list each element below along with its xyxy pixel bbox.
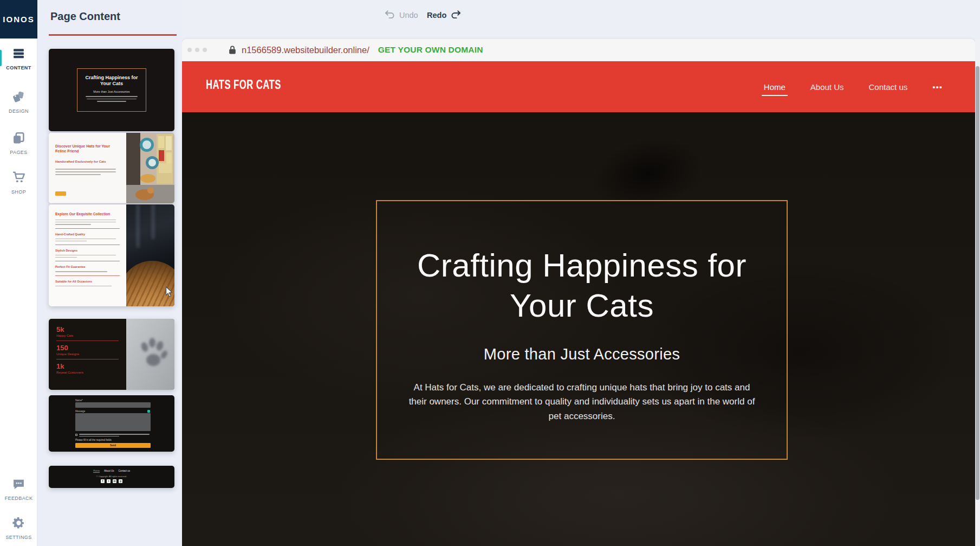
text-placeholder-bar (55, 257, 77, 258)
redo-button[interactable]: Redo (427, 9, 462, 21)
design-icon (12, 90, 25, 106)
sidebar-item-label: SHOP (11, 189, 26, 195)
undo-label: Undo (399, 11, 418, 20)
thumb-footer-link: About Us (104, 470, 114, 472)
get-your-own-domain-link[interactable]: GET YOUR OWN DOMAIN (378, 45, 483, 55)
thumb-divider (55, 275, 120, 276)
thumb-hero-selection-box: Crafting Happiness for Your Cats More th… (77, 68, 146, 112)
hero-body-text: At Hats for Cats, we are dedicated to cr… (405, 381, 758, 423)
gear-icon (12, 516, 25, 532)
thumb-footer-link: Home (93, 470, 100, 472)
feedback-bubble-icon (12, 477, 25, 493)
sidebar-item-content[interactable]: CONTENT (0, 47, 37, 70)
content-icon (12, 47, 25, 62)
panel-title: Page Content (50, 10, 120, 23)
sidebar-item-design[interactable]: DESIGN (0, 90, 37, 114)
lock-icon (229, 45, 236, 55)
thumb-hero-title-line2: Your Cats (100, 81, 123, 87)
section-thumbnail-hero[interactable]: Crafting Happiness for Your Cats More th… (49, 49, 174, 131)
canvas-scrollbar-track[interactable] (975, 39, 980, 546)
thumb-collection-heading: Explore Our Exquisite Collection (55, 212, 120, 216)
hero-title-line2: Your Cats (377, 286, 787, 326)
facebook-icon: f (101, 479, 105, 483)
text-placeholder-bar (86, 96, 138, 97)
thumb-pawprint-photo (126, 319, 174, 390)
section-thumbnail-features[interactable]: Discover Unique Hats for Your Feline Fri… (49, 133, 174, 203)
redo-label: Redo (427, 11, 446, 20)
text-placeholder-bar (55, 222, 116, 222)
stat-label: Unique Designs (56, 352, 119, 356)
section-thumbnail-contact-form[interactable]: Name* Message Please fill in all the req… (49, 395, 174, 452)
selected-hero-text-block[interactable]: Crafting Happiness for Your Cats More th… (376, 200, 788, 460)
sidebar-item-settings[interactable]: SETTINGS (0, 516, 37, 540)
browser-url-bar: n1566589.websitebuilder.online/ GET YOUR… (182, 39, 975, 61)
panel-title-underline (49, 34, 177, 36)
thumb-stats-column: 5k Happy Cats 150 Unique Designs 1k Repe… (49, 319, 126, 390)
editor-toolbar: Undo Redo Preview Re-Publish (182, 0, 980, 39)
site-url[interactable]: n1566589.websitebuilder.online/ (242, 45, 369, 55)
canvas-scrollbar-thumb[interactable] (976, 66, 979, 500)
window-dots (187, 48, 207, 52)
stat-value: 150 (56, 344, 119, 351)
hero-title-line1: Crafting Happiness for (377, 246, 787, 286)
thumb-features-text-column: Discover Unique Hats for Your Feline Fri… (49, 133, 126, 203)
thumb-shop-now-button (55, 191, 66, 196)
thumb-divider (55, 261, 120, 261)
instagram-icon: in (113, 479, 116, 483)
redo-icon (451, 9, 462, 21)
text-placeholder-bar (55, 255, 116, 255)
thumb-collection-item: Suitable for All Occasions (55, 280, 120, 283)
site-brand[interactable]: HATS FOR CATS (206, 78, 281, 93)
website-preview-canvas: n1566589.websitebuilder.online/ GET YOUR… (182, 39, 975, 546)
app-sidebar: IONOS CONTENT DESIGN PAGES SHOP FEEDBACK (0, 0, 37, 546)
thumb-consent-checkbox (75, 434, 77, 436)
thumb-hero-subtitle: More than Just Accessories (93, 90, 129, 93)
thumb-footer-social-icons: f t in p (49, 479, 174, 483)
thumb-collection-item: Hand-Crafted Quality (55, 233, 120, 236)
nav-about-us[interactable]: About Us (808, 78, 846, 96)
nav-more-menu[interactable]: ••• (930, 78, 945, 96)
nav-contact-us[interactable]: Contact us (867, 78, 910, 96)
section-thumbnail-collection[interactable]: Explore Our Exquisite Collection Hand-Cr… (49, 204, 174, 306)
thumb-divider (55, 228, 120, 229)
thumb-dark-cat-photo (126, 204, 174, 306)
thumb-form-name-input (75, 402, 151, 408)
thumb-send-button: Send (75, 443, 151, 448)
photo-cat-fur (126, 261, 174, 306)
hero-title: Crafting Happiness for Your Cats (377, 246, 787, 326)
text-placeholder-bar (79, 436, 119, 437)
sidebar-item-label: SETTINGS (5, 535, 31, 540)
sidebar-item-label: FEEDBACK (5, 496, 33, 501)
thumb-hero-title-line1: Crafting Happiness for (85, 75, 138, 81)
stat-label: Happy Cats (56, 334, 119, 337)
thumb-collection-text-column: Explore Our Exquisite Collection Hand-Cr… (49, 204, 126, 306)
thumb-required-note: Please fill in all the required fields (75, 439, 112, 441)
sidebar-item-feedback[interactable]: FEEDBACK (0, 477, 37, 501)
thumb-footer-links: Home About Us Contact us (49, 470, 174, 472)
text-placeholder-bar (55, 224, 91, 224)
sidebar-item-pages[interactable]: PAGES (0, 131, 37, 155)
shop-cart-icon (12, 170, 26, 187)
twitter-icon: t (107, 479, 111, 483)
text-placeholder-bar (55, 220, 116, 220)
sidebar-item-shop[interactable]: SHOP (0, 170, 37, 195)
sidebar-item-label: CONTENT (6, 65, 31, 70)
undo-button[interactable]: Undo (384, 9, 418, 21)
text-placeholder-bar (55, 271, 107, 272)
photo-light-streak (136, 204, 140, 248)
text-placeholder-bar (55, 286, 112, 286)
thumb-form-message-label: Message (75, 410, 85, 413)
site-nav: Home About Us Contact us ••• (762, 61, 945, 112)
page-content-panel: Page Content Crafting Happiness for Your… (37, 0, 182, 546)
section-thumbnail-stats[interactable]: 5k Happy Cats 150 Unique Designs 1k Repe… (49, 319, 174, 390)
text-placeholder-bar (97, 101, 126, 102)
text-placeholder-bar (55, 239, 116, 239)
ionos-logo[interactable]: IONOS (0, 0, 37, 38)
undo-icon (384, 9, 395, 21)
text-placeholder-bar (79, 434, 150, 435)
thumb-footer-link: Contact us (119, 470, 131, 472)
nav-home[interactable]: Home (762, 78, 788, 96)
section-thumbnail-footer[interactable]: Home About Us Contact us © Copyright. Al… (49, 466, 174, 488)
sidebar-item-label: PAGES (10, 150, 27, 155)
stat-value: 1k (56, 363, 119, 370)
